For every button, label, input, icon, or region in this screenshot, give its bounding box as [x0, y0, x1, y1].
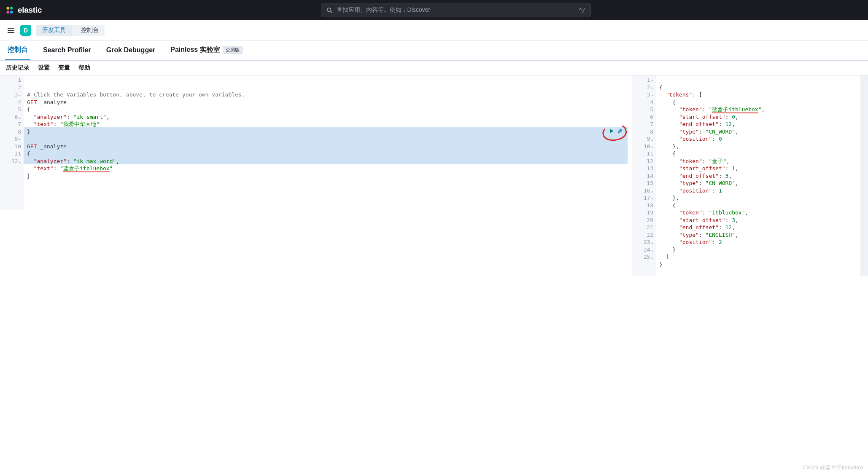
toolbar-help[interactable]: 帮助 [78, 64, 90, 72]
svg-point-3 [10, 11, 13, 13]
beta-badge: 公测版 [223, 46, 243, 54]
breadcrumb-devtools[interactable]: 开发工具 [36, 25, 72, 36]
hand-drawn-circle-annotation [601, 122, 628, 142]
response-code[interactable]: { "tokens": [ { "token": "蓝盒子itbluebox",… [656, 75, 868, 276]
app-header: elastic 查找应用、内容等。例如：Discover ^/ [0, 0, 868, 20]
brand-name: elastic [18, 5, 42, 15]
right-gutter: 1▾2▾3▾4 5 6 7 8 9▴10▾11 12 13 14 15 16▴1… [632, 75, 656, 276]
global-search[interactable]: 查找应用、内容等。例如：Discover ^/ [321, 3, 591, 17]
console-toolbar: 历史记录 设置 变量 帮助 [0, 61, 868, 75]
tab-grok-debugger[interactable]: Grok Debugger [104, 40, 158, 60]
response-pane: 1▾2▾3▾4 5 6 7 8 9▴10▾11 12 13 14 15 16▴1… [632, 75, 868, 276]
editor-split: 1 2 3▾4 5 6▴7 8 9▾10 11 12▴ # Click the … [0, 75, 868, 276]
tab-painless-lab[interactable]: Painless 实验室公测版 [168, 40, 245, 60]
brand-logo[interactable]: elastic [5, 5, 42, 15]
comment-line: # Click the Variables button, above, to … [27, 91, 245, 98]
breadcrumb: 开发工具 控制台 [36, 25, 105, 36]
search-shortcut-hint: ^/ [579, 7, 585, 13]
svg-point-4 [327, 8, 331, 12]
elastic-logo-icon [5, 5, 14, 15]
annotated-text: 蓝盒子itbluebox [63, 165, 109, 172]
svg-point-2 [6, 11, 9, 13]
svg-point-0 [6, 7, 9, 10]
left-gutter: 1 2 3▾4 5 6▴7 8 9▾10 11 12▴ [0, 75, 24, 210]
toolbar-settings[interactable]: 设置 [38, 64, 50, 72]
subheader: D 开发工具 控制台 [0, 20, 868, 40]
tab-console[interactable]: 控制台 [5, 40, 30, 60]
space-letter: D [24, 27, 28, 34]
svg-point-1 [10, 7, 13, 10]
devtools-tabs: 控制台 Search Profiler Grok Debugger Painle… [0, 40, 868, 61]
request-code[interactable]: # Click the Variables button, above, to … [24, 75, 632, 210]
request-editor-pane[interactable]: 1 2 3▾4 5 6▴7 8 9▾10 11 12▴ # Click the … [0, 75, 632, 276]
toolbar-history[interactable]: 历史记录 [6, 64, 30, 72]
search-icon [326, 7, 332, 13]
space-selector[interactable]: D [20, 25, 31, 36]
search-placeholder: 查找应用、内容等。例如：Discover [337, 6, 574, 14]
breadcrumb-console: 控制台 [72, 25, 105, 36]
svg-line-5 [330, 11, 332, 13]
toolbar-variables[interactable]: 变量 [58, 64, 70, 72]
tab-search-profiler[interactable]: Search Profiler [40, 40, 94, 60]
annotated-response-token: 蓝盒子itbluebox [712, 106, 758, 113]
hamburger-menu-icon[interactable] [7, 26, 15, 35]
